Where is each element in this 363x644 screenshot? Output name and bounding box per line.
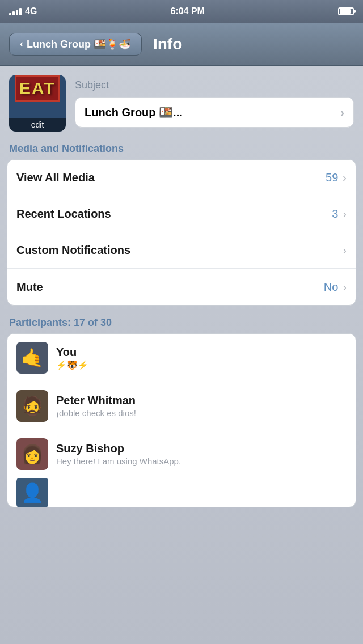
- participants-list: 🤙 You ⚡🐯⚡ 🧔 Peter Whitman ¡doble check e…: [7, 333, 356, 507]
- participant-row-partial: 👤: [7, 478, 356, 507]
- participants-header: Participants: 17 of 30: [0, 306, 363, 333]
- time-label: 6:04 PM: [170, 6, 204, 16]
- subject-section: EAT edit Subject Lunch Group 🍱... ›: [0, 66, 363, 132]
- status-left: 4G: [9, 6, 37, 16]
- participant-info-you: You ⚡🐯⚡: [56, 346, 347, 370]
- avatar-partial: 👤: [16, 478, 48, 507]
- carrier-label: 4G: [25, 6, 37, 16]
- subject-chevron-icon: ›: [340, 106, 344, 119]
- back-chevron-icon: ‹: [20, 38, 23, 50]
- participant-name-peter: Peter Whitman: [56, 394, 347, 407]
- back-button[interactable]: ‹ Lunch Group 🍱🍹🍜: [9, 33, 142, 56]
- participant-name-suzy: Suzy Bishop: [56, 442, 347, 455]
- custom-notifications-row[interactable]: Custom Notifications ›: [7, 232, 356, 269]
- media-chevron-icon: ›: [343, 171, 347, 184]
- media-list-card: View All Media 59 › Recent Locations 3 ›…: [7, 159, 356, 306]
- avatar-suzy: 👩: [16, 438, 48, 470]
- media-section-header: Media and Notifications: [0, 132, 363, 159]
- mute-value: No ›: [324, 281, 347, 294]
- recent-locations-value: 3 ›: [332, 207, 347, 221]
- view-all-media-value: 59 ›: [326, 171, 347, 184]
- back-label: Lunch Group 🍱🍹🍜: [27, 38, 131, 50]
- page-title: Info: [153, 35, 182, 53]
- participants-count: 17 of 30: [74, 317, 112, 328]
- eat-sign: EAT: [15, 75, 60, 102]
- participant-row-you[interactable]: 🤙 You ⚡🐯⚡: [7, 334, 356, 382]
- custom-notifications-value: ›: [343, 244, 347, 257]
- subject-field[interactable]: Lunch Group 🍱... ›: [75, 97, 354, 128]
- participants-label: Participants:: [9, 317, 74, 328]
- mute-chevron-icon: ›: [343, 281, 347, 294]
- participant-info-peter: Peter Whitman ¡doble check es dios!: [56, 394, 347, 418]
- group-name-value: Lunch Group 🍱...: [85, 105, 183, 119]
- custom-notifications-label: Custom Notifications: [16, 244, 130, 257]
- locations-chevron-icon: ›: [343, 207, 347, 221]
- participant-info-suzy: Suzy Bishop Hey there! I am using WhatsA…: [56, 442, 347, 466]
- participant-row-peter[interactable]: 🧔 Peter Whitman ¡doble check es dios!: [7, 382, 356, 430]
- recent-locations-label: Recent Locations: [16, 207, 111, 221]
- signal-icon: [9, 8, 22, 15]
- avatar-peter: 🧔: [16, 390, 48, 422]
- participant-status-peter: ¡doble check es dios!: [56, 408, 347, 418]
- view-all-media-row[interactable]: View All Media 59 ›: [7, 160, 356, 196]
- subject-right: Subject Lunch Group 🍱... ›: [75, 75, 354, 128]
- group-avatar[interactable]: EAT edit: [9, 75, 66, 132]
- participant-row-suzy[interactable]: 👩 Suzy Bishop Hey there! I am using What…: [7, 430, 356, 478]
- avatar-you: 🤙: [16, 342, 48, 374]
- mute-row[interactable]: Mute No ›: [7, 269, 356, 305]
- participant-status-you: ⚡🐯⚡: [56, 360, 347, 370]
- nav-bar: ‹ Lunch Group 🍱🍹🍜 Info: [0, 23, 363, 66]
- subject-label: Subject: [75, 79, 354, 91]
- view-all-media-label: View All Media: [16, 171, 95, 184]
- participant-status-suzy: Hey there! I am using WhatsApp.: [56, 456, 347, 466]
- recent-locations-row[interactable]: Recent Locations 3 ›: [7, 196, 356, 232]
- status-bar: 4G 6:04 PM: [0, 0, 363, 23]
- notifications-chevron-icon: ›: [343, 244, 347, 257]
- content-area: EAT edit Subject Lunch Group 🍱... › Medi…: [0, 66, 363, 644]
- battery-icon: [338, 7, 354, 15]
- participant-name-you: You: [56, 346, 347, 359]
- edit-avatar-label[interactable]: edit: [9, 118, 66, 132]
- mute-label: Mute: [16, 281, 43, 294]
